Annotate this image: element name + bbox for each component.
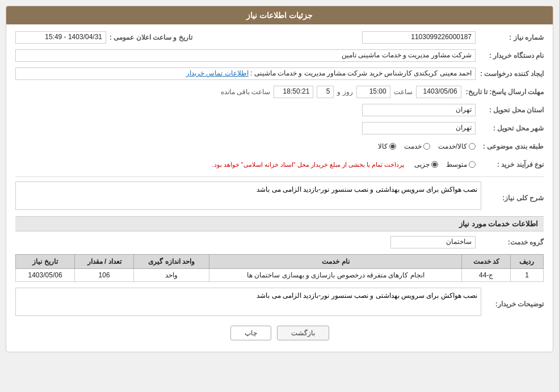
col-row: ردیف <box>510 255 543 269</box>
cell-quantity: 106 <box>75 269 134 282</box>
deadline-day-label: روز و <box>337 88 352 96</box>
deadline-date: 1403/05/06 <box>416 86 461 98</box>
category-label: طبقه بندی موضوعی : <box>476 142 544 150</box>
announcement-date-label: تاریخ و ساعت اعلان عمومی : <box>106 33 192 41</box>
cell-row: 1 <box>510 269 543 282</box>
services-table-section: ردیف کد خدمت نام خدمت واحد اندازه گیری ت… <box>15 254 544 282</box>
services-section-title: اطلاعات خدمات مورد نیاز <box>15 216 544 231</box>
purchase-type-note: پرداخت تمام یا بخشی از مبلغ خریدار محل "… <box>209 160 406 170</box>
col-unit: واحد اندازه گیری <box>134 255 209 269</box>
buyer-notes-textarea[interactable]: نصب هواکش برای سرویس بهداشتی و نصب سنسور… <box>15 288 481 316</box>
general-description-label: شرح کلی نیاز: <box>481 192 544 202</box>
buyer-org-label: نام دستگاه خریدار : <box>476 52 544 60</box>
creator-contact-link[interactable]: اطلاعات تماس خریدار <box>186 69 249 77</box>
col-code: کد خدمت <box>462 255 511 269</box>
category-radio-group: کالا/خدمت خدمت کالا <box>15 142 476 150</box>
page-title: جزئیات اطلاعات نیاز <box>6 6 553 24</box>
province-value: تهران <box>362 104 476 116</box>
col-quantity: تعداد / مقدار <box>75 255 134 269</box>
back-button[interactable]: بازگشت <box>277 326 329 340</box>
deadline-time-label: ساعت <box>394 88 413 96</box>
purchase-type-radio-group: متوسط جزیی پرداخت تمام یا بخشی از مبلغ خ… <box>15 160 476 170</box>
city-value: تهران <box>362 122 476 134</box>
service-group-label: گروه خدمت: <box>476 238 544 246</box>
print-button[interactable]: چاپ <box>230 326 271 340</box>
category-kala-khidmat[interactable]: کالا/خدمت <box>438 142 476 150</box>
services-table: ردیف کد خدمت نام خدمت واحد اندازه گیری ت… <box>15 254 544 282</box>
purchase-type-jozi[interactable]: جزیی <box>414 161 438 168</box>
response-deadline-label: مهلت ارسال پاسخ: تا تاریخ: <box>461 88 544 96</box>
deadline-time: 15:00 <box>356 86 390 98</box>
cell-unit: واحد <box>134 269 209 282</box>
city-label: شهر محل تحویل : <box>476 124 544 132</box>
request-number-label: شماره نیاز : <box>476 33 544 41</box>
purchase-type-label: نوع فرآیند خرید : <box>476 161 544 168</box>
cell-name: انجام کارهای متفرقه درخصوص بازسازی و بهس… <box>209 269 462 282</box>
table-row: 1 ج-44 انجام کارهای متفرقه درخصوص بازساز… <box>16 269 544 282</box>
service-group-value: ساختمان <box>390 236 476 248</box>
creator-label: ایجاد کننده درخواست : <box>476 70 544 78</box>
buyer-notes-label: توضیحات خریدار: <box>481 298 544 308</box>
buyer-org-value: شرکت مشاور مدیریت و خدمات ماشینی تامین <box>15 49 476 62</box>
deadline-remaining-label: ساعت باقی مانده <box>221 88 271 96</box>
request-number-value: 1103099226000187 <box>362 31 476 44</box>
deadline-days: 5 <box>317 86 334 98</box>
announcement-date-value: 1403/04/31 - 15:49 <box>15 31 106 44</box>
purchase-type-motawaset[interactable]: متوسط <box>446 161 476 168</box>
general-description-textarea[interactable]: نصب هواکش برای سرویس بهداشتی و نصب سنسور… <box>15 182 481 210</box>
cell-code: ج-44 <box>462 269 511 282</box>
category-khidmat[interactable]: خدمت <box>404 142 430 150</box>
deadline-remaining: 18:50:21 <box>274 86 313 98</box>
col-date: تاریخ نیاز <box>16 255 75 269</box>
category-kala[interactable]: کالا <box>378 142 396 150</box>
province-label: استان محل تحویل : <box>476 106 544 114</box>
col-name: نام خدمت <box>209 255 462 269</box>
creator-value: احمد معینی کریکندی کارشناس خرید شرکت مشا… <box>15 68 476 80</box>
cell-date: 1403/05/06 <box>16 269 75 282</box>
